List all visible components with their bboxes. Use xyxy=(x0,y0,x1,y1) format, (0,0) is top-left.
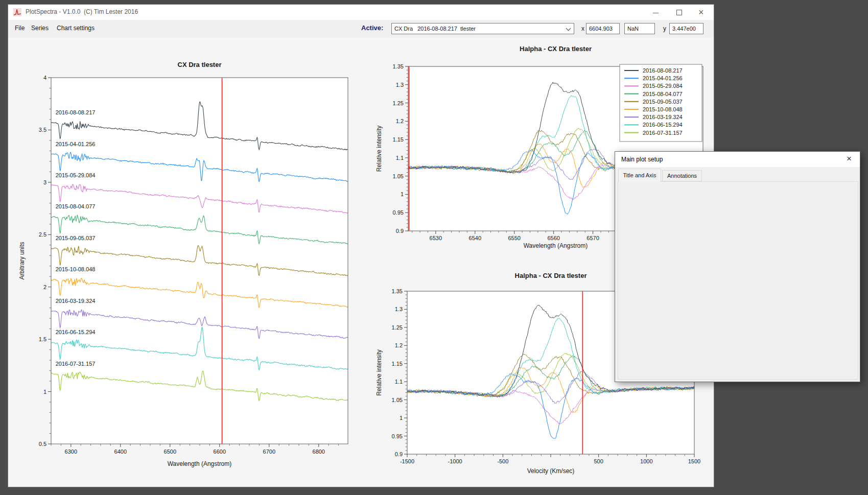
svg-text:2.5: 2.5 xyxy=(39,231,46,238)
svg-text:1000: 1000 xyxy=(640,458,652,464)
series-label: 2015-10-08.048 xyxy=(56,266,96,272)
svg-text:Velocity (Km/sec): Velocity (Km/sec) xyxy=(527,467,575,475)
svg-text:0.9: 0.9 xyxy=(395,451,403,457)
legend: 2016-08-08.2172015-04-01.2562015-05-29.0… xyxy=(620,64,702,142)
series-label: 2016-03-19.324 xyxy=(56,298,96,304)
chevron-down-icon xyxy=(566,26,571,31)
chart-client-area: 2016-08-08.2172015-04-01.2562015-05-29.0… xyxy=(8,37,714,487)
svg-text:1.2: 1.2 xyxy=(396,118,404,124)
svg-text:Wavelength (Angstrom): Wavelength (Angstrom) xyxy=(168,460,232,467)
titlebar: PlotSpectra - V1.0.0 (C) Tim Lester 2016 xyxy=(8,5,714,20)
svg-text:2016-07-31.157: 2016-07-31.157 xyxy=(643,130,683,136)
svg-text:-500: -500 xyxy=(497,458,508,464)
svg-text:0.5: 0.5 xyxy=(39,441,46,447)
svg-text:2016-06-15.294: 2016-06-15.294 xyxy=(643,122,683,128)
svg-text:1.35: 1.35 xyxy=(392,288,403,294)
menu-item-series[interactable]: Series xyxy=(31,25,49,32)
active-label: Active: xyxy=(361,24,383,32)
active-spectrum-value: CX Dra 2016-08-08.217 tlester xyxy=(394,26,476,32)
svg-text:Relative intensity: Relative intensity xyxy=(376,126,383,172)
x-coordinate-field[interactable]: 6604.903 xyxy=(586,23,620,34)
svg-text:0.9: 0.9 xyxy=(396,228,404,234)
y-coordinate-field[interactable]: 3.447e00 xyxy=(669,23,703,34)
svg-text:1.15: 1.15 xyxy=(392,361,403,367)
dialog-close-icon[interactable] xyxy=(844,154,855,164)
svg-text:1.5: 1.5 xyxy=(39,336,46,342)
svg-text:1.3: 1.3 xyxy=(396,82,404,88)
svg-text:Halpha - CX Dra tlester: Halpha - CX Dra tlester xyxy=(520,45,592,53)
series-label: 2015-08-04.077 xyxy=(56,203,96,209)
svg-text:6700: 6700 xyxy=(263,449,275,455)
tab-page xyxy=(618,181,858,380)
svg-text:2015-09-05.037: 2015-09-05.037 xyxy=(643,99,683,105)
svg-text:1.05: 1.05 xyxy=(392,397,403,403)
series-label: 2015-09-05.037 xyxy=(56,235,96,241)
series-label: 2015-04-01.256 xyxy=(56,141,96,147)
app-window: PlotSpectra - V1.0.0 (C) Tim Lester 2016… xyxy=(8,4,714,487)
window-title: PlotSpectra - V1.0.0 (C) Tim Lester 2016 xyxy=(26,8,138,15)
svg-text:0.95: 0.95 xyxy=(393,209,404,216)
svg-text:3.5: 3.5 xyxy=(39,127,46,133)
svg-text:1.35: 1.35 xyxy=(393,63,404,69)
svg-text:4: 4 xyxy=(43,75,46,81)
svg-text:6400: 6400 xyxy=(114,449,127,455)
svg-text:2015-10-08.048: 2015-10-08.048 xyxy=(643,106,683,112)
svg-text:1.1: 1.1 xyxy=(396,155,404,161)
svg-text:Arbitrary units: Arbitrary units xyxy=(18,242,26,279)
tab-annotations[interactable]: Annotations xyxy=(662,170,702,181)
dialog-title: Main plot setup xyxy=(621,156,663,163)
svg-text:1.3: 1.3 xyxy=(395,306,403,312)
svg-text:CX Dra tlester: CX Dra tlester xyxy=(178,61,222,68)
svg-text:1.1: 1.1 xyxy=(395,379,403,385)
series-label: 2015-05-29.084 xyxy=(56,172,96,178)
svg-text:2: 2 xyxy=(43,284,46,290)
svg-text:3: 3 xyxy=(43,179,46,185)
svg-text:2016-03-19.324: 2016-03-19.324 xyxy=(643,114,683,120)
dialog-titlebar: Main plot setup xyxy=(615,152,860,167)
svg-text:6570: 6570 xyxy=(587,235,599,241)
svg-text:6600: 6600 xyxy=(214,449,226,455)
menubar: File Series Chart settings Active: CX Dr… xyxy=(8,20,714,37)
svg-text:1: 1 xyxy=(43,389,46,395)
svg-text:500: 500 xyxy=(594,458,603,464)
svg-text:6540: 6540 xyxy=(469,235,481,241)
svg-text:2015-05-29.084: 2015-05-29.084 xyxy=(643,83,683,89)
menu-item-chart-settings[interactable]: Chart settings xyxy=(57,25,95,32)
maximize-button[interactable] xyxy=(673,7,685,18)
series-label: 2016-07-31.157 xyxy=(56,361,96,367)
svg-text:Wavelength (Angstrom): Wavelength (Angstrom) xyxy=(524,242,588,249)
svg-text:2015-04-01.256: 2015-04-01.256 xyxy=(643,75,683,81)
svg-text:1500: 1500 xyxy=(688,458,700,464)
minimize-button[interactable] xyxy=(650,7,662,18)
svg-text:-1000: -1000 xyxy=(448,458,462,464)
svg-text:6560: 6560 xyxy=(547,235,559,241)
series-label: 2016-06-15.294 xyxy=(56,329,96,335)
svg-text:1.25: 1.25 xyxy=(393,100,404,106)
tab-title-and-axis[interactable]: Title and Axis xyxy=(618,169,661,182)
app-icon xyxy=(13,8,21,16)
svg-text:2015-08-04.077: 2015-08-04.077 xyxy=(643,91,683,97)
svg-text:1: 1 xyxy=(400,415,403,421)
svg-text:1.2: 1.2 xyxy=(395,342,403,348)
svg-text:1.05: 1.05 xyxy=(393,173,404,179)
svg-text:6530: 6530 xyxy=(430,235,442,241)
svg-text:Relative intensity: Relative intensity xyxy=(376,349,383,396)
svg-text:6300: 6300 xyxy=(65,449,77,455)
svg-text:-1500: -1500 xyxy=(400,458,414,464)
svg-text:0.95: 0.95 xyxy=(392,433,403,439)
active-spectrum-select[interactable]: CX Dra 2016-08-08.217 tlester xyxy=(391,23,574,34)
svg-text:1.25: 1.25 xyxy=(392,324,403,331)
stacked-spectra-chart[interactable]: 2016-08-08.2172015-04-01.2562015-05-29.0… xyxy=(16,55,358,474)
close-button[interactable] xyxy=(696,7,708,18)
secondary-x-field[interactable]: NaN xyxy=(624,23,655,34)
svg-text:1.15: 1.15 xyxy=(393,136,404,143)
svg-text:6500: 6500 xyxy=(164,449,176,455)
svg-text:Halpha - CX Dra tlester: Halpha - CX Dra tlester xyxy=(515,272,587,279)
svg-text:1: 1 xyxy=(401,191,404,197)
svg-text:6800: 6800 xyxy=(313,449,325,455)
menu-item-file[interactable]: File xyxy=(15,25,25,32)
y-coordinate-label: y xyxy=(663,25,666,32)
svg-text:6550: 6550 xyxy=(508,235,520,241)
svg-text:2016-08-08.217: 2016-08-08.217 xyxy=(643,67,683,74)
series-label: 2016-08-08.217 xyxy=(56,109,96,115)
